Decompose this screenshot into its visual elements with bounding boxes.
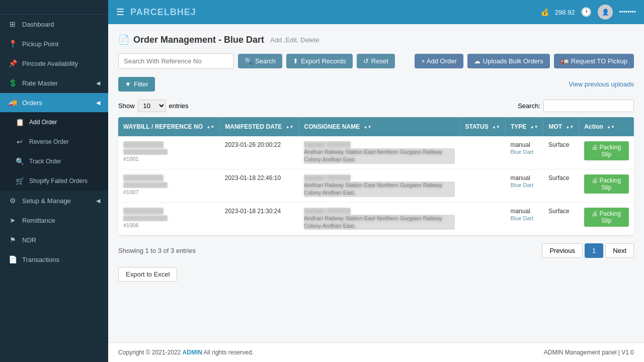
order-no: #1001 [123,156,139,162]
shopify-icon: 🛒 [15,177,24,185]
pagination: Previous 1 Next [542,243,634,258]
export-excel-button[interactable]: Export to Excel [118,267,177,282]
transactions-icon: 📄 [8,255,17,263]
remittance-icon: ➤ [8,216,17,224]
track-order-icon: 🔍 [15,157,24,165]
search-icon: 🔍 [245,57,253,65]
ref-blurred: XXXXXXXXXXXX [123,182,168,188]
view-previous-link[interactable]: View previous uploads [569,80,634,88]
table-controls: Show 10 25 50 100 entries Search: [118,100,634,112]
brand-part1: PARCEL [130,7,170,17]
bulk-orders-button[interactable]: ☁ Uploads Bulk Orders [467,54,550,68]
sort-icon: ▲▼ [566,125,574,129]
cell-consignee: Sameer XXXXXX Andhari Railway Station Ea… [299,136,460,169]
filter-icon: ▼ [125,80,131,88]
topbar: ☰ PARCELBHEJ 💰 298.92 🕐 👤 •••••••• [108,0,644,24]
pickup-icon: 📍 [8,40,17,48]
consignee-name-blurred: Sameer XXXXXX [304,174,351,182]
table-row: XXXXXXXXXX XXXXXXXXXXXX #1007 2023-01-18… [118,169,634,202]
history-icon[interactable]: 🕐 [581,7,592,18]
setup-icon: ⚙ [8,197,17,205]
sidebar-item-ndr[interactable]: ⚑ NDR [0,230,108,250]
show-label: Show [118,102,135,110]
sidebar-item-rate-master[interactable]: 💲 Rate Master ◀ [0,73,108,93]
sidebar-item-track-order[interactable]: 🔍 Track Order [0,152,108,171]
sidebar-item-label: Shopify Failed Orders [29,177,88,185]
cell-waybill: XXXXXXXXXX XXXXXXXXXXXX #1007 [118,169,220,202]
topbar-right: 💰 298.92 🕐 👤 •••••••• [541,5,636,20]
filter-button[interactable]: ▼ Filter [118,77,155,92]
main-area: ☰ PARCELBHEJ 💰 298.92 🕐 👤 •••••••• 📄 Ord… [108,0,644,362]
orders-table: WAYBILL / REFERENCE NO ▲▼ MANIFESTED DAT… [118,117,634,235]
cell-action: 🖨 Packing Slip [579,202,634,235]
cell-waybill: XXXXXXXXXX XXXXXXXXXXXX #1006 [118,202,220,235]
sidebar-submenu-orders: 📋 Add Order ↩ Reverse Order 🔍 Track Orde… [0,113,108,191]
sidebar-item-label: NDR [22,236,36,244]
sidebar-item-label: Dashboard [22,21,54,28]
packing-slip-button[interactable]: 🖨 Packing Slip [584,174,629,194]
export-records-button[interactable]: ⬆ Export Records [286,54,353,68]
page-1-button[interactable]: 1 [585,243,603,258]
waybill-blurred: XXXXXXXXXX [123,141,164,148]
pincode-icon: 📌 [8,59,17,67]
copyright-text: Copyright © 2021-2022 [118,349,181,356]
sidebar-item-transactions[interactable]: 📄 Transactions [0,250,108,269]
entries-select[interactable]: 10 25 50 100 [138,100,166,112]
sidebar: ⊞ Dashboard 📍 Pickup Point 📌 Pincode Ava… [0,0,108,362]
reverse-order-icon: ↩ [15,138,24,146]
previous-button[interactable]: Previous [542,243,583,258]
sidebar-item-orders[interactable]: 🚚 Orders ◀ [0,93,108,113]
cell-status [460,202,505,235]
sidebar-item-label: Add Order [29,119,57,126]
avatar[interactable]: 👤 [598,5,613,20]
sidebar-item-label: Orders [22,99,42,107]
packing-slip-button[interactable]: 🖨 Packing Slip [584,208,629,227]
cell-consignee: Sameer XXXXXX Andhari Railway Station Ea… [299,202,460,235]
packing-slip-button[interactable]: 🖨 Packing Slip [584,141,629,160]
next-button[interactable]: Next [605,243,634,258]
cell-type: manual Blue Dart [505,136,543,169]
reset-button[interactable]: ↺ Reset [357,54,395,68]
table-search-input[interactable] [543,100,634,112]
type-sub: Blue Dart [510,149,533,155]
footer-right: ADMIN Management panel | V1.0 [544,349,634,356]
hamburger-icon[interactable]: ☰ [116,7,124,18]
consignee-addr-blurred: Andhari Railway Station East Northern Gu… [304,182,455,197]
sidebar-item-remittance[interactable]: ➤ Remittance [0,211,108,230]
cell-action: 🖨 Packing Slip [579,169,634,202]
sidebar-item-pickup-point[interactable]: 📍 Pickup Point [0,34,108,54]
sidebar-item-setup[interactable]: ⚙ Setup & Manage ◀ [0,191,108,211]
cell-manifested: 2023-01-26 20:00:22 [220,136,299,169]
sidebar-item-reverse-order[interactable]: ↩ Reverse Order [0,132,108,152]
col-type: TYPE ▲▼ [505,117,543,136]
sidebar-item-add-order[interactable]: 📋 Add Order [0,113,108,132]
footer-left: Copyright © 2021-2022 ADMIN All rights r… [118,349,254,356]
consignee-name-blurred: Sameer XXXXXX [304,141,351,148]
export-area: Export to Excel [118,267,634,282]
request-pickup-button[interactable]: 🚛 Request TO Pickup [554,54,634,68]
sidebar-logo [0,0,108,15]
cell-manifested: 2023-01-18 22:46:10 [220,169,299,202]
chevron-orders-icon: ◀ [96,100,100,106]
sidebar-item-label: Transactions [22,256,59,263]
pagination-area: Showing 1 to 3 of 3 entries Previous 1 N… [118,235,634,262]
sidebar-item-label: Track Order [29,158,61,165]
page-title: Order Management - Blue Dart [133,35,264,45]
upload-icon: ☁ [474,57,480,65]
type-sub: Blue Dart [510,182,533,188]
add-order-button[interactable]: + Add Order [415,54,463,68]
cell-mot: Surface [543,202,579,235]
consignee-addr-blurred: Andhari Railway Station East Northern Gu… [304,148,455,164]
sidebar-item-shopify-failed[interactable]: 🛒 Shopify Failed Orders [0,171,108,191]
sidebar-item-dashboard[interactable]: ⊞ Dashboard [0,15,108,34]
rate-icon: 💲 [8,79,17,87]
consignee-addr-blurred: Andhari Railway Station East Northern Gu… [304,215,455,230]
ref-blurred: XXXXXXXXXXXX [123,149,168,155]
sort-icon: ▲▼ [206,125,214,129]
sidebar-item-pincode[interactable]: 📌 Pincode Availability [0,54,108,73]
cell-mot: Surface [543,169,579,202]
search-button[interactable]: 🔍 Search [238,54,282,68]
col-action: Action ▲▼ [579,117,634,136]
search-input[interactable] [118,53,234,69]
sidebar-item-label: Pickup Point [22,40,58,48]
